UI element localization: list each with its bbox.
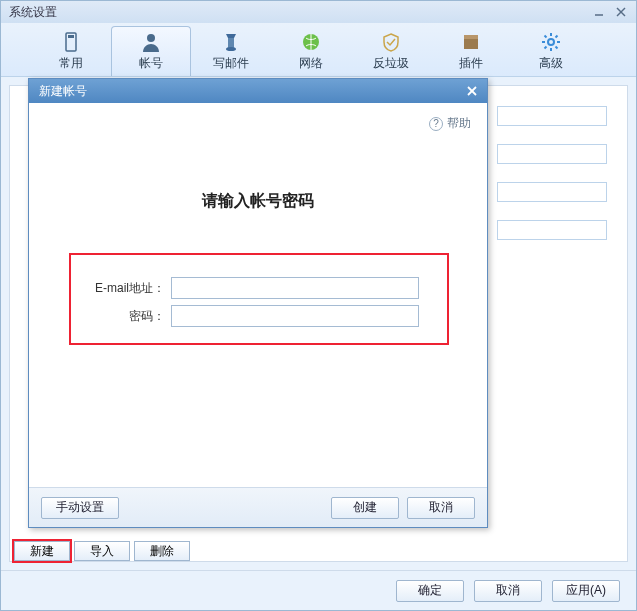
email-label: E-mail地址：	[71, 280, 171, 297]
password-input[interactable]	[171, 305, 419, 327]
toolbar-plugins[interactable]: 插件	[431, 26, 511, 76]
svg-point-5	[147, 34, 155, 42]
ok-button[interactable]: 确定	[396, 580, 464, 602]
credentials-highlight-box: E-mail地址： 密码：	[69, 253, 449, 345]
settings-toolbar: 常用 帐号 写邮件 网络 反垃圾	[1, 23, 636, 77]
account-icon	[140, 31, 162, 53]
svg-line-16	[545, 35, 547, 37]
svg-line-17	[556, 46, 558, 48]
toolbar-antispam[interactable]: 反垃圾	[351, 26, 431, 76]
delete-account-button[interactable]: 删除	[134, 541, 190, 561]
svg-rect-10	[464, 35, 478, 39]
plugins-icon	[460, 31, 482, 53]
toolbar-compose[interactable]: 写邮件	[191, 26, 271, 76]
svg-rect-4	[68, 35, 74, 38]
common-icon	[60, 31, 82, 53]
toolbar-common[interactable]: 常用	[31, 26, 111, 76]
new-account-button[interactable]: 新建	[14, 541, 70, 561]
background-field[interactable]	[497, 106, 607, 126]
dialog-titlebar: 新建帐号	[29, 79, 487, 103]
help-label: 帮助	[447, 115, 471, 132]
dialog-heading: 请输入帐号密码	[29, 191, 487, 212]
background-field[interactable]	[497, 220, 607, 240]
svg-line-18	[545, 46, 547, 48]
svg-rect-9	[464, 38, 478, 49]
manual-setup-button[interactable]: 手动设置	[41, 497, 119, 519]
toolbar-advanced[interactable]: 高级	[511, 26, 591, 76]
create-button[interactable]: 创建	[331, 497, 399, 519]
account-mini-buttons: 新建 导入 删除	[14, 541, 190, 561]
toolbar-account[interactable]: 帐号	[111, 26, 191, 76]
svg-line-19	[556, 35, 558, 37]
minimize-icon[interactable]	[590, 5, 608, 19]
antispam-icon	[380, 31, 402, 53]
background-field[interactable]	[497, 144, 607, 164]
help-link[interactable]: ? 帮助	[429, 115, 471, 132]
network-icon	[300, 31, 322, 53]
toolbar-network[interactable]: 网络	[271, 26, 351, 76]
settings-titlebar: 系统设置	[1, 1, 636, 23]
new-account-dialog: 新建帐号 ? 帮助 请输入帐号密码 E-mail地址： 密码： 手动设置 创建 …	[28, 78, 488, 528]
dialog-close-icon[interactable]	[463, 84, 481, 98]
compose-icon	[220, 31, 242, 53]
background-field[interactable]	[497, 182, 607, 202]
email-input[interactable]	[171, 277, 419, 299]
help-icon: ?	[429, 117, 443, 131]
dialog-body: ? 帮助 请输入帐号密码 E-mail地址： 密码：	[29, 103, 487, 487]
cancel-button[interactable]: 取消	[474, 580, 542, 602]
password-label: 密码：	[71, 308, 171, 325]
settings-title: 系统设置	[9, 4, 57, 21]
background-fields	[497, 106, 607, 240]
dialog-cancel-button[interactable]: 取消	[407, 497, 475, 519]
settings-bottom-bar: 确定 取消 应用(A)	[1, 570, 636, 610]
close-icon[interactable]	[612, 5, 630, 19]
svg-rect-6	[228, 38, 234, 48]
email-row: E-mail地址：	[71, 277, 447, 299]
apply-button[interactable]: 应用(A)	[552, 580, 620, 602]
import-account-button[interactable]: 导入	[74, 541, 130, 561]
dialog-title: 新建帐号	[39, 83, 87, 100]
svg-point-7	[226, 47, 236, 51]
advanced-icon	[540, 31, 562, 53]
svg-point-11	[548, 39, 554, 45]
password-row: 密码：	[71, 305, 447, 327]
dialog-footer: 手动设置 创建 取消	[29, 487, 487, 527]
